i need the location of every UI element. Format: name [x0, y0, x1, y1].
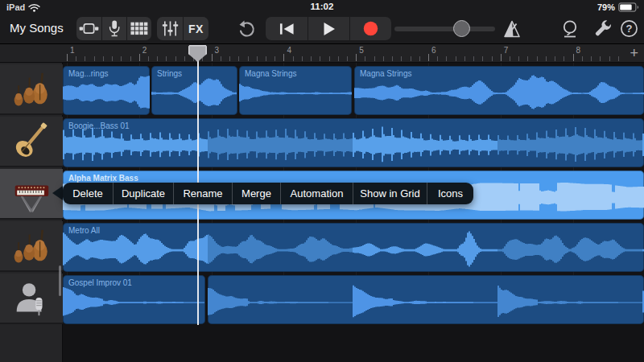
record-icon — [363, 21, 378, 36]
timeline-ruler[interactable]: + 12345678 — [0, 44, 644, 63]
track-header-strings-1[interactable] — [0, 64, 63, 115]
menu-item-delete[interactable]: Delete — [63, 183, 113, 204]
track-header-voice[interactable] — [0, 274, 63, 324]
tracks-timeline-area[interactable]: Mag...rings Strings Magna Strings Magna … — [63, 63, 644, 362]
volume-slider-track — [394, 27, 495, 31]
add-bars-button[interactable]: + — [630, 45, 638, 62]
svg-text:?: ? — [626, 23, 633, 35]
ruler-tick — [555, 56, 555, 61]
track-lane-bass: Boogie...Bass 01 — [63, 118, 644, 167]
settings-button[interactable] — [593, 19, 613, 42]
battery-icon — [618, 2, 639, 12]
status-bar: iPad 11:02 79% — [0, 0, 644, 14]
rewind-icon — [279, 23, 295, 35]
ruler-tick — [501, 54, 502, 61]
audio-region[interactable]: Metro All — [63, 223, 644, 272]
volume-slider[interactable] — [394, 19, 495, 39]
ruler-tick — [238, 56, 239, 61]
ruler-tick — [464, 56, 465, 61]
context-menu-arrow — [52, 186, 63, 200]
help-button[interactable]: ? — [620, 19, 638, 41]
rewind-button[interactable] — [266, 17, 308, 40]
grid-view-button[interactable] — [126, 17, 151, 40]
track-view-button[interactable] — [76, 17, 101, 40]
audio-region[interactable] — [208, 275, 644, 324]
audio-region[interactable]: Boogie...Bass 01 — [63, 118, 644, 167]
bar-number: 2 — [142, 46, 147, 55]
region-label: Mag...rings — [68, 69, 108, 78]
ruler-tick — [573, 54, 574, 61]
bar-number: 8 — [576, 46, 581, 55]
audio-region[interactable]: Strings — [151, 66, 237, 115]
menu-item-automation[interactable]: Automation — [280, 183, 353, 204]
view-button-group — [76, 17, 151, 40]
clock: 11:02 — [0, 2, 644, 11]
track-controls-button[interactable] — [157, 17, 183, 40]
bar-number: 6 — [431, 46, 436, 55]
voice-mic-instrument-icon — [10, 277, 53, 320]
ruler-tick — [564, 56, 564, 61]
ruler-tick — [103, 56, 104, 61]
waveform — [63, 223, 644, 272]
ruler-tick — [184, 56, 185, 61]
menu-item-duplicate[interactable]: Duplicate — [113, 183, 173, 204]
strings-instrument-icon — [10, 68, 53, 111]
undo-button[interactable] — [236, 19, 257, 39]
ruler-tick — [437, 56, 438, 61]
ruler-tick — [157, 56, 158, 61]
ruler-tick — [482, 56, 483, 61]
loop-browser-button[interactable] — [560, 19, 580, 42]
menu-item-show-in-grid[interactable]: Show in Grid — [353, 183, 427, 204]
track-lane-voice: Gospel Improv 01 — [63, 275, 644, 324]
ruler-tick — [67, 54, 68, 61]
ruler-tick — [94, 56, 95, 61]
ruler-tick — [112, 56, 113, 61]
help-icon: ? — [620, 19, 638, 38]
ruler-tick — [419, 56, 420, 61]
ruler-tick — [411, 56, 411, 61]
audio-region[interactable]: Mag...rings — [63, 66, 150, 115]
metronome-icon — [502, 19, 522, 39]
ruler-tick — [283, 54, 284, 61]
menu-item-rename[interactable]: Rename — [173, 183, 232, 204]
track-header-bass[interactable] — [0, 117, 63, 167]
ruler-tick — [546, 56, 547, 61]
ruler-tick — [537, 56, 538, 61]
play-button[interactable] — [308, 17, 349, 40]
ruler-tick — [248, 56, 249, 61]
play-icon — [323, 22, 336, 36]
ruler-tick — [492, 56, 493, 61]
audio-region[interactable]: Gospel Improv 01 — [63, 275, 205, 324]
ruler-tick — [609, 56, 610, 61]
audio-region[interactable]: Magna Strings — [239, 66, 352, 115]
ruler-tick — [510, 56, 510, 61]
ruler-tick — [311, 56, 312, 61]
audio-region[interactable]: Magna Strings — [354, 66, 644, 115]
record-button[interactable] — [349, 17, 391, 40]
bar-number: 5 — [359, 46, 364, 55]
my-songs-button[interactable]: My Songs — [10, 21, 64, 35]
ruler-tick — [329, 56, 330, 61]
track-header-strings-2[interactable] — [0, 221, 63, 272]
menu-item-merge[interactable]: Merge — [232, 183, 280, 204]
track-lane-strings-2: Metro All — [63, 223, 644, 272]
ruler-tick — [473, 56, 474, 61]
ruler-tick — [148, 56, 149, 61]
track-lane-strings-1: Mag...rings Strings Magna Strings Magna … — [63, 66, 644, 115]
strings-instrument-icon — [10, 224, 53, 268]
ruler-tick — [456, 56, 456, 61]
transport-controls — [266, 17, 391, 40]
ruler-tick — [401, 56, 402, 61]
menu-item-icons[interactable]: Icons — [427, 183, 473, 204]
ruler-tick — [302, 56, 303, 61]
volume-knob[interactable] — [453, 20, 470, 37]
metronome-button[interactable] — [502, 19, 522, 42]
record-audio-button[interactable] — [101, 17, 126, 40]
grid-icon — [130, 22, 148, 35]
loop-browser-icon — [560, 19, 580, 39]
track-header-column — [0, 63, 63, 362]
fx-button[interactable]: FX — [183, 17, 208, 40]
region-label: Magna Strings — [360, 69, 411, 78]
region-label: Boogie...Bass 01 — [68, 121, 130, 130]
ruler-tick — [428, 54, 429, 61]
